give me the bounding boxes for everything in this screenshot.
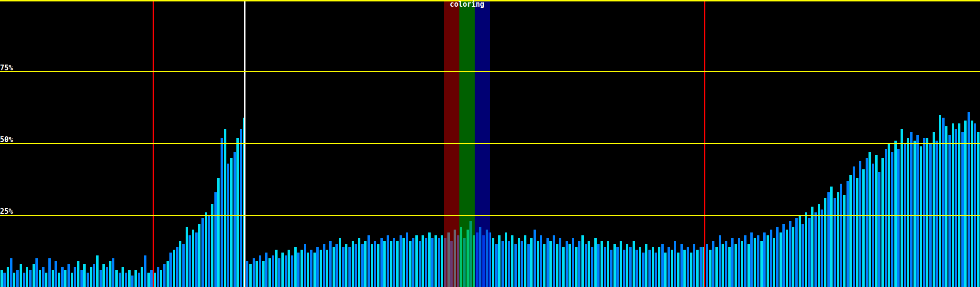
coloring-bands-layer: [0, 0, 980, 287]
blue-band: [475, 1, 490, 287]
green-band: [459, 1, 475, 287]
histogram-panel: coloring 75%50%25%: [0, 0, 980, 287]
red-band: [444, 1, 459, 287]
